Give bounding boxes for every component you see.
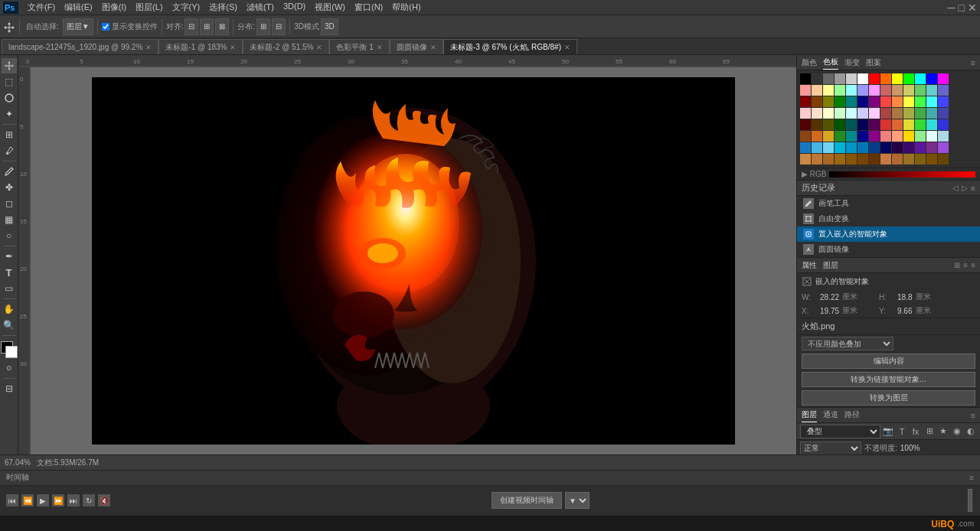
swatch[interactable] bbox=[846, 131, 857, 142]
swatch[interactable] bbox=[846, 108, 857, 119]
layer-filter-attr[interactable]: ★ bbox=[937, 425, 949, 438]
align-right[interactable]: ⊠ bbox=[215, 18, 229, 35]
quick-mask-btn[interactable]: ⊙ bbox=[2, 360, 17, 376]
swatch[interactable] bbox=[823, 142, 834, 153]
timeline-scrollbar[interactable] bbox=[968, 489, 972, 512]
swatch[interactable] bbox=[926, 142, 937, 153]
swatch[interactable] bbox=[835, 85, 845, 96]
create-timeline-btn[interactable]: 创建视频时间轴 bbox=[492, 492, 562, 509]
swatch[interactable] bbox=[903, 154, 914, 165]
mode-3d-btn[interactable]: 3D bbox=[321, 18, 338, 35]
swatch[interactable] bbox=[915, 142, 926, 153]
swatch[interactable] bbox=[835, 142, 845, 153]
swatch[interactable] bbox=[915, 73, 926, 84]
menu-file[interactable]: 文件(F) bbox=[23, 2, 60, 13]
swatch[interactable] bbox=[812, 73, 822, 84]
swatch[interactable] bbox=[869, 85, 880, 96]
convert-pixel-btn[interactable]: 转换为图层 bbox=[802, 390, 975, 406]
swatch[interactable] bbox=[926, 119, 937, 130]
timeline-options[interactable]: ≡ bbox=[969, 474, 974, 482]
tl-mute-btn[interactable]: 🔇 bbox=[98, 494, 110, 507]
swatch[interactable] bbox=[858, 142, 868, 153]
menu-filter[interactable]: 滤镜(T) bbox=[242, 2, 279, 13]
swatch[interactable] bbox=[812, 85, 822, 96]
show-transform-label[interactable]: 显示变换控件 bbox=[102, 21, 158, 32]
show-transform-checkbox[interactable] bbox=[102, 23, 109, 31]
swatch[interactable] bbox=[835, 119, 845, 130]
props-list-btn[interactable]: ≡ bbox=[963, 261, 968, 269]
tab-mirror[interactable]: 圆圆镜像 ✕ bbox=[390, 39, 443, 54]
swatch[interactable] bbox=[800, 96, 811, 107]
tl-loop-btn[interactable]: ↻ bbox=[83, 494, 95, 507]
swatch[interactable] bbox=[892, 154, 903, 165]
align-center[interactable]: ⊞ bbox=[200, 18, 214, 35]
swatch[interactable] bbox=[926, 73, 937, 84]
swatch[interactable] bbox=[823, 131, 834, 142]
swatch[interactable] bbox=[892, 73, 903, 84]
menu-view[interactable]: 视图(W) bbox=[310, 2, 350, 13]
distribute-v[interactable]: ⊟ bbox=[272, 18, 286, 35]
swatch[interactable] bbox=[926, 96, 937, 107]
menu-window[interactable]: 窗口(N) bbox=[350, 2, 387, 13]
swatch[interactable] bbox=[892, 119, 903, 130]
swatch[interactable] bbox=[823, 154, 834, 165]
tab-color[interactable]: 颜色 bbox=[802, 56, 817, 70]
swatch[interactable] bbox=[823, 96, 834, 107]
tool-clone[interactable]: ✤ bbox=[2, 180, 17, 195]
props-icon-btn[interactable]: ⊞ bbox=[954, 261, 960, 269]
screen-mode-btn[interactable]: ⊟ bbox=[2, 381, 17, 396]
tl-end-btn[interactable]: ⏭ bbox=[67, 494, 80, 507]
layer-filter-toggle[interactable]: ◐ bbox=[965, 425, 977, 438]
swatch[interactable] bbox=[903, 96, 914, 107]
tab-untitled1[interactable]: 未标题-1 @ 183% ✕ bbox=[158, 39, 243, 54]
props-options-btn[interactable]: ≡ bbox=[971, 261, 975, 269]
layer-filter-name[interactable]: T bbox=[896, 425, 908, 438]
tool-gradient[interactable]: ▦ bbox=[2, 212, 17, 227]
menu-3d[interactable]: 3D(D) bbox=[279, 2, 310, 13]
swatch[interactable] bbox=[903, 85, 914, 96]
swatch[interactable] bbox=[880, 131, 891, 142]
color-overlay-dropdown[interactable]: 不应用颜色叠加 bbox=[802, 337, 893, 350]
swatch[interactable] bbox=[903, 119, 914, 130]
timeline-type-select[interactable]: ▼ bbox=[565, 492, 590, 509]
swatch[interactable] bbox=[835, 108, 845, 119]
swatch[interactable] bbox=[800, 73, 811, 84]
swatch[interactable] bbox=[846, 119, 857, 130]
history-item-brush[interactable]: 画笔工具 bbox=[797, 196, 980, 211]
tool-marquee[interactable]: ⬚ bbox=[2, 74, 17, 90]
menu-help[interactable]: 帮助(H) bbox=[387, 2, 425, 13]
swatch[interactable] bbox=[915, 154, 926, 165]
swatch[interactable] bbox=[858, 73, 868, 84]
history-item-transform[interactable]: 自由变换 bbox=[797, 211, 980, 226]
tab-close-landscape[interactable]: ✕ bbox=[145, 44, 152, 51]
swatch[interactable] bbox=[823, 108, 834, 119]
swatch[interactable] bbox=[858, 108, 868, 119]
channel-expand-icon[interactable]: ▶ RGB bbox=[802, 170, 826, 178]
swatch[interactable] bbox=[892, 142, 903, 153]
swatch[interactable] bbox=[846, 85, 857, 96]
swatch[interactable] bbox=[846, 154, 857, 165]
swatch[interactable] bbox=[915, 119, 926, 130]
swatch[interactable] bbox=[800, 85, 811, 96]
swatch[interactable] bbox=[800, 108, 811, 119]
swatch[interactable] bbox=[812, 96, 822, 107]
tl-prev-btn[interactable]: ⏪ bbox=[21, 494, 34, 507]
swatch[interactable] bbox=[880, 119, 891, 130]
menu-select[interactable]: 选择(S) bbox=[204, 2, 242, 13]
convert-smart-btn[interactable]: 转换为链接智能对象... bbox=[802, 372, 975, 387]
menu-image[interactable]: 图像(I) bbox=[97, 2, 131, 13]
tool-hand[interactable]: ✋ bbox=[2, 301, 17, 317]
swatch[interactable] bbox=[903, 131, 914, 142]
history-next-btn[interactable]: ▷ bbox=[962, 184, 968, 193]
swatch[interactable] bbox=[938, 108, 949, 119]
swatch[interactable] bbox=[903, 142, 914, 153]
swatch[interactable] bbox=[800, 131, 811, 142]
swatch[interactable] bbox=[869, 73, 880, 84]
swatch[interactable] bbox=[938, 85, 949, 96]
tab-untitled2[interactable]: 未标题-2 @ 51.5% ✕ bbox=[243, 39, 329, 54]
swatch[interactable] bbox=[915, 108, 926, 119]
tool-zoom[interactable]: 🔍 bbox=[2, 318, 17, 333]
tab-gradient[interactable]: 渐变 bbox=[844, 56, 860, 70]
tool-eraser[interactable]: ◻ bbox=[2, 196, 17, 211]
tab-close-2[interactable]: ✕ bbox=[316, 44, 322, 51]
